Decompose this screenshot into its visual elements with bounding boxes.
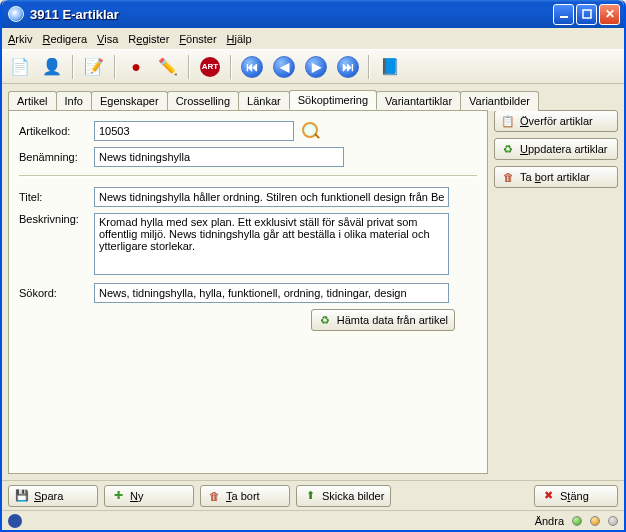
separator <box>230 55 232 79</box>
transfer-icon: 📋 <box>501 114 515 128</box>
separator <box>188 55 190 79</box>
tabs: Artikel Info Egenskaper Crosselling Länk… <box>2 84 624 110</box>
toolbar-first[interactable]: ⏮ <box>238 53 266 81</box>
sokord-input[interactable] <box>94 283 449 303</box>
tab-variantbilder[interactable]: Variantbilder <box>460 91 539 111</box>
tabort-artiklar-button[interactable]: 🗑 Ta bort artiklar <box>494 166 618 188</box>
sokord-label: Sökord: <box>19 287 94 299</box>
app-icon <box>8 6 24 22</box>
spara-button[interactable]: 💾 Spara <box>8 485 98 507</box>
bottom-bar: 💾 Spara ✚ Ny 🗑 Ta bort ⬆ Skicka bilder ✖… <box>2 480 624 510</box>
tab-egenskaper[interactable]: Egenskaper <box>91 91 168 111</box>
menu-visa[interactable]: Visa <box>97 33 118 45</box>
svg-rect-0 <box>560 16 568 18</box>
document-icon: 📄 <box>10 57 30 76</box>
tab-sokoptimering[interactable]: Sökoptimering <box>289 90 377 110</box>
titel-input[interactable] <box>94 187 449 207</box>
hamta-button[interactable]: ♻ Hämta data från artikel <box>311 309 455 331</box>
benamning-label: Benämning: <box>19 151 94 163</box>
tab-info[interactable]: Info <box>56 91 92 111</box>
benamning-input[interactable] <box>94 147 344 167</box>
stang-button[interactable]: ✖ Stäng <box>534 485 618 507</box>
status-bar: Ändra <box>2 510 624 530</box>
pin-icon: ● <box>131 58 141 76</box>
toolbar-prev[interactable]: ◀ <box>270 53 298 81</box>
refresh-icon: ♻ <box>318 313 332 327</box>
beskrivning-textarea[interactable] <box>94 213 449 275</box>
separator <box>114 55 116 79</box>
status-led-grey <box>608 516 618 526</box>
art-icon: ART <box>200 57 220 77</box>
delete-icon: 🗑 <box>207 489 221 503</box>
toolbar-edit[interactable]: 📝 <box>80 53 108 81</box>
tab-lankar[interactable]: Länkar <box>238 91 290 111</box>
toolbar-art[interactable]: ART <box>196 53 224 81</box>
tab-panel: Artikelkod: Benämning: Titel: Beskrivnin… <box>8 110 488 474</box>
toolbar-pin[interactable]: ● <box>122 53 150 81</box>
left-icon: ◀ <box>273 56 295 78</box>
menu-hjalp[interactable]: Hjälp <box>227 33 252 45</box>
toolbar-last[interactable]: ⏭ <box>334 53 362 81</box>
close-icon: ✕ <box>605 7 615 21</box>
refresh-icon: ♻ <box>501 142 515 156</box>
user-add-icon: 👤 <box>42 57 62 76</box>
tabort-button[interactable]: 🗑 Ta bort <box>200 485 290 507</box>
minimize-button[interactable] <box>553 4 574 25</box>
skicka-label: Skicka bilder <box>322 490 384 502</box>
save-icon: 💾 <box>15 489 29 503</box>
minimize-icon <box>559 9 569 19</box>
search-icon[interactable] <box>302 122 320 140</box>
close-icon: ✖ <box>541 489 555 503</box>
toolbar-user[interactable]: 👤 <box>38 53 66 81</box>
svg-rect-1 <box>583 10 591 18</box>
toolbar-next[interactable]: ▶ <box>302 53 330 81</box>
maximize-button[interactable] <box>576 4 597 25</box>
window-title: 3911 E-artiklar <box>30 7 551 22</box>
separator <box>19 175 477 177</box>
artikelkod-input[interactable] <box>94 121 294 141</box>
upload-icon: ⬆ <box>303 489 317 503</box>
ny-button[interactable]: ✚ Ny <box>104 485 194 507</box>
status-led-green <box>572 516 582 526</box>
status-led-amber <box>590 516 600 526</box>
toolbar-write[interactable]: ✏️ <box>154 53 182 81</box>
maximize-icon <box>582 9 592 19</box>
edit-icon: 📝 <box>84 57 104 76</box>
tab-artikel[interactable]: Artikel <box>8 91 57 111</box>
status-andra: Ändra <box>535 515 564 527</box>
menubar: Arkiv Redigera Visa Register Fönster Hjä… <box>2 28 624 50</box>
uppdatera-button[interactable]: ♻ Uppdatera artiklar <box>494 138 618 160</box>
pencil-icon: ✏️ <box>158 57 178 76</box>
hamta-label: Hämta data från artikel <box>337 314 448 326</box>
beskrivning-label: Beskrivning: <box>19 213 94 225</box>
menu-redigera[interactable]: Redigera <box>42 33 87 45</box>
status-user-icon <box>8 514 22 528</box>
skicka-button[interactable]: ⬆ Skicka bilder <box>296 485 391 507</box>
book-icon: 📘 <box>380 57 400 76</box>
separator <box>72 55 74 79</box>
artikelkod-label: Artikelkod: <box>19 125 94 137</box>
toolbar: 📄 👤 📝 ● ✏️ ART ⏮ ◀ ▶ ⏭ 📘 <box>2 50 624 84</box>
right-icon: ▶ <box>305 56 327 78</box>
last-icon: ⏭ <box>337 56 359 78</box>
menu-arkiv[interactable]: Arkiv <box>8 33 32 45</box>
menu-fonster[interactable]: Fönster <box>179 33 216 45</box>
overfor-button[interactable]: 📋 Överför artiklar <box>494 110 618 132</box>
side-panel: 📋 Överför artiklar ♻ Uppdatera artiklar … <box>494 110 618 474</box>
menu-register[interactable]: Register <box>128 33 169 45</box>
titel-label: Titel: <box>19 191 94 203</box>
separator <box>368 55 370 79</box>
new-icon: ✚ <box>111 489 125 503</box>
close-button[interactable]: ✕ <box>599 4 620 25</box>
tab-crosselling[interactable]: Crosselling <box>167 91 239 111</box>
toolbar-book[interactable]: 📘 <box>376 53 404 81</box>
delete-icon: 🗑 <box>501 170 515 184</box>
titlebar: 3911 E-artiklar ✕ <box>2 0 624 28</box>
tab-variantartiklar[interactable]: Variantartiklar <box>376 91 461 111</box>
first-icon: ⏮ <box>241 56 263 78</box>
toolbar-new[interactable]: 📄 <box>6 53 34 81</box>
